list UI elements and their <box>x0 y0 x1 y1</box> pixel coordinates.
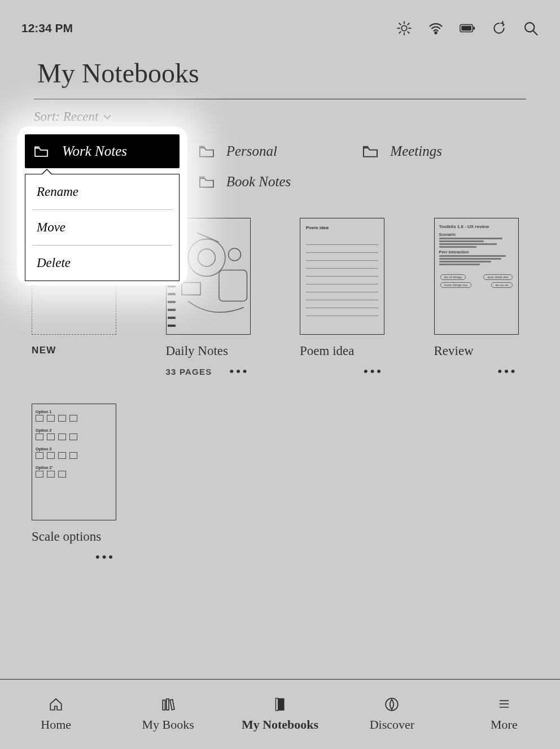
battery-icon[interactable] <box>460 20 475 36</box>
svg-point-16 <box>198 249 215 266</box>
header-divider <box>34 99 526 99</box>
brightness-icon[interactable] <box>396 20 412 36</box>
page-title: My Notebooks <box>37 58 526 89</box>
notebook-title: Poem idea <box>300 344 384 358</box>
svg-rect-11 <box>461 26 471 30</box>
thumb-row-label: Option 3 <box>36 447 112 451</box>
tab-label: Discover <box>370 717 414 732</box>
notebook-card[interactable]: Toolkits 1.6 - UX review Scenario Peer i… <box>434 218 519 379</box>
thumb-text: Poem idea <box>306 225 378 230</box>
notebook-thumb[interactable]: Option 1 Option 2 Option 3 Option 2' <box>32 404 116 520</box>
compass-icon <box>383 697 400 712</box>
svg-rect-17 <box>219 270 247 301</box>
more-icon[interactable]: ••• <box>364 364 384 379</box>
svg-rect-21 <box>166 699 168 710</box>
svg-point-0 <box>401 25 406 30</box>
folder-label: Work Notes <box>62 143 127 159</box>
tab-more[interactable]: More <box>448 680 560 749</box>
notebook-title: Review <box>434 344 519 358</box>
svg-line-8 <box>408 23 409 25</box>
menu-item-move[interactable]: Move <box>25 210 179 245</box>
svg-line-5 <box>399 23 401 25</box>
more-icon[interactable]: ••• <box>498 364 519 379</box>
thumb-heading: Scenario <box>439 233 514 236</box>
notebook-icon <box>272 697 288 712</box>
svg-rect-19 <box>182 283 200 295</box>
notebook-pages: 33 PAGES <box>166 367 212 376</box>
status-time: 12:34 PM <box>21 21 73 35</box>
books-icon <box>160 697 177 712</box>
svg-rect-23 <box>275 698 278 711</box>
folder-icon <box>198 175 215 189</box>
folder-label: Personal <box>226 143 277 159</box>
tab-label: Home <box>41 717 71 732</box>
folder-icon <box>198 144 215 158</box>
menu-item-rename[interactable]: Rename <box>25 174 179 209</box>
notebook-card[interactable]: Option 1 Option 2 Option 3 Option 2' Sca… <box>32 404 116 564</box>
tab-home[interactable]: Home <box>0 680 112 749</box>
notebook-thumb[interactable]: Poem idea <box>300 218 384 335</box>
svg-rect-12 <box>473 27 475 30</box>
folder-item-selected[interactable]: Work Notes <box>25 134 180 168</box>
more-icon[interactable]: ••• <box>95 550 116 564</box>
svg-line-6 <box>408 32 409 33</box>
thumb-text: Toolkits 1.6 - UX review <box>439 224 514 229</box>
folder-icon <box>362 144 379 158</box>
home-icon <box>47 697 64 712</box>
svg-point-15 <box>188 239 225 277</box>
svg-line-14 <box>533 31 537 35</box>
folder-item[interactable]: Book Notes <box>198 174 362 190</box>
notebook-thumb[interactable]: Toolkits 1.6 - UX review Scenario Peer i… <box>434 218 519 335</box>
folder-label: Book Notes <box>226 174 291 190</box>
tab-bar: Home My Books My Notebooks Discover More <box>0 679 560 749</box>
search-icon[interactable] <box>523 20 539 36</box>
svg-point-9 <box>435 32 436 34</box>
tab-label: More <box>491 717 518 732</box>
chevron-down-icon <box>103 114 112 120</box>
sort-label: Sort: Recent <box>34 109 98 124</box>
tab-label: My Notebooks <box>242 717 318 732</box>
thumb-row-label: Option 2 <box>36 428 112 432</box>
sync-icon[interactable] <box>491 20 507 36</box>
notebook-card[interactable]: Poem idea Poem idea ••• <box>300 218 384 379</box>
tab-my-books[interactable]: My Books <box>112 680 224 749</box>
thumb-row-label: Option 1 <box>36 410 112 414</box>
more-icon[interactable]: ••• <box>230 364 251 379</box>
thumb-row-label: Option 2' <box>36 466 112 470</box>
svg-rect-20 <box>163 700 165 709</box>
folder-label: Meetings <box>390 143 442 159</box>
wifi-icon[interactable] <box>428 20 444 36</box>
tab-label: My Books <box>142 717 194 732</box>
folder-item[interactable]: Personal <box>198 143 362 159</box>
thumb-heading: Peer interaction <box>439 250 514 254</box>
folder-context-popover: Work Notes Rename Move Delete <box>17 126 187 286</box>
svg-line-7 <box>399 32 401 33</box>
tab-discover[interactable]: Discover <box>336 680 448 749</box>
folder-icon <box>33 145 50 157</box>
tab-my-notebooks[interactable]: My Notebooks <box>224 680 336 749</box>
svg-point-18 <box>228 248 240 261</box>
sort-dropdown[interactable]: Sort: Recent <box>34 109 526 124</box>
notebook-title: Daily Notes <box>166 344 251 358</box>
notebook-title: Scale options <box>32 529 116 544</box>
new-label: NEW <box>32 345 116 356</box>
folder-item[interactable]: Meetings <box>362 143 526 159</box>
menu-icon <box>496 697 513 712</box>
context-menu: Rename Move Delete <box>25 174 180 281</box>
menu-item-delete[interactable]: Delete <box>25 246 179 281</box>
